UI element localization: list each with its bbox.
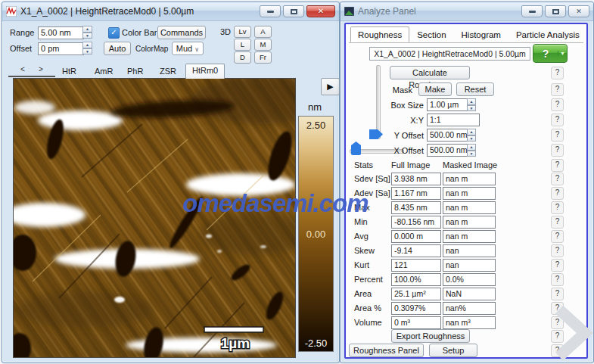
play-button[interactable]: ▶ bbox=[321, 78, 340, 95]
stat-full-value[interactable]: 3.938 nm bbox=[391, 173, 441, 185]
afm-image[interactable]: 1µm bbox=[13, 78, 296, 358]
stat-masked-value[interactable]: nan bbox=[443, 259, 496, 272]
stat-full-value[interactable]: 0 m³ bbox=[391, 316, 441, 329]
tab-htr[interactable]: HtR bbox=[55, 64, 83, 79]
stat-masked-value[interactable]: NaN bbox=[443, 288, 496, 300]
colorbar-checkbox[interactable]: ✓ bbox=[108, 27, 120, 39]
d-button[interactable]: D bbox=[234, 51, 251, 64]
stat-masked-value[interactable]: nan m bbox=[443, 230, 496, 243]
stat-masked-value[interactable]: 0.0% bbox=[443, 273, 496, 286]
stat-masked-value[interactable]: nan m bbox=[443, 216, 496, 229]
tab-roughness[interactable]: Roughness bbox=[350, 26, 409, 42]
tab-phr[interactable]: PhR bbox=[120, 64, 150, 79]
stat-full-value[interactable]: -80.156 nm bbox=[391, 216, 441, 229]
help-dropdown-icon[interactable]: ▼ bbox=[558, 51, 567, 56]
help-icon[interactable]: ? bbox=[551, 114, 564, 126]
export-roughness-button[interactable]: Export Roughness bbox=[391, 329, 470, 343]
tab-section[interactable]: Section bbox=[409, 26, 453, 42]
stat-masked-value[interactable]: nan m bbox=[443, 173, 496, 185]
help-icon[interactable]: ? bbox=[551, 144, 564, 157]
m-button[interactable]: M bbox=[254, 39, 272, 51]
help-icon[interactable]: ? bbox=[551, 67, 564, 79]
help-icon[interactable]: ? bbox=[551, 216, 564, 229]
help-icon[interactable]: ? bbox=[551, 302, 564, 315]
stat-masked-value[interactable]: nan m bbox=[443, 201, 496, 214]
help-icon[interactable]: ? bbox=[551, 173, 564, 185]
stat-full-value[interactable]: 100.0% bbox=[391, 273, 441, 286]
y-offset-stepper[interactable]: ▲▼ bbox=[467, 129, 476, 142]
stat-masked-value[interactable]: nan m bbox=[443, 187, 496, 200]
stat-full-value[interactable]: 0.000 m bbox=[391, 230, 441, 243]
stat-full-value[interactable]: 1.167 nm bbox=[391, 187, 441, 200]
range-input[interactable]: 5.00 nm bbox=[38, 26, 84, 39]
help-icon[interactable]: ? bbox=[551, 159, 564, 172]
minimize-button[interactable] bbox=[521, 5, 543, 17]
mask-reset-button[interactable]: Reset bbox=[456, 82, 494, 96]
help-icon[interactable]: ? bbox=[551, 83, 564, 96]
stat-full-value[interactable]: -9.14 bbox=[391, 244, 441, 257]
help-icon[interactable]: ? bbox=[551, 259, 564, 272]
tab-histogram[interactable]: Histogram bbox=[454, 26, 508, 42]
combo-chevron-icon: ∨ bbox=[194, 46, 199, 53]
tab-amr[interactable]: AmR bbox=[88, 64, 120, 79]
full-image-header: Full Image bbox=[391, 160, 430, 171]
y-offset-input[interactable]: 500.00 nm bbox=[427, 129, 471, 142]
fr-button[interactable]: Fr bbox=[254, 51, 272, 64]
xy-ratio-input[interactable]: 1:1 bbox=[427, 114, 480, 126]
help-icon[interactable]: ? bbox=[551, 230, 564, 243]
colormap-label: ColorMap bbox=[135, 42, 168, 55]
y-offset-label: Y Offset bbox=[346, 129, 424, 142]
tab-zsr[interactable]: ZSR bbox=[153, 64, 183, 79]
maximize-button[interactable] bbox=[283, 5, 304, 17]
help-icon[interactable]: ? bbox=[551, 288, 564, 300]
setup-button[interactable]: Setup bbox=[429, 344, 477, 357]
colormap-combo[interactable]: Mud ∨ bbox=[172, 42, 204, 55]
stat-masked-value[interactable]: nan m³ bbox=[443, 316, 496, 329]
a-button[interactable]: A bbox=[254, 26, 272, 38]
stat-masked-value[interactable]: nan bbox=[443, 244, 496, 257]
stat-full-value[interactable]: 25.1 µm² bbox=[391, 288, 441, 300]
help-icon[interactable]: ? bbox=[551, 201, 564, 214]
tab-htrm0[interactable]: HtRm0 bbox=[185, 64, 225, 79]
help-icon[interactable]: ? bbox=[551, 129, 564, 142]
x-offset-stepper[interactable]: ▲▼ bbox=[467, 144, 476, 157]
tab-prev-button[interactable]: < bbox=[17, 65, 28, 73]
maximize-button[interactable] bbox=[545, 5, 566, 17]
tab-particle-analysis[interactable]: Particle Analysis bbox=[508, 26, 587, 42]
help-icon[interactable]: ? bbox=[551, 244, 564, 257]
help-icon[interactable]: ? bbox=[551, 344, 564, 357]
close-button[interactable]: ✕ bbox=[306, 5, 335, 17]
offset-stepper[interactable]: ▲▼ bbox=[82, 42, 92, 54]
stat-masked-value[interactable]: nan% bbox=[443, 302, 496, 315]
dataset-selector[interactable]: X1_A_0002 | HeightRetraceMod0 | 5.00µm bbox=[369, 47, 530, 61]
stat-full-value[interactable]: 0.3097% bbox=[391, 302, 441, 315]
help-button-green[interactable]: ? ▼ bbox=[533, 44, 568, 63]
box-size-stepper[interactable]: ▲▼ bbox=[467, 98, 476, 111]
tab-next-button[interactable]: > bbox=[36, 65, 46, 73]
commands-dropdown[interactable]: Commands ▼ bbox=[157, 26, 206, 39]
x-offset-input[interactable]: 500.00 nm bbox=[427, 144, 471, 157]
lv-button[interactable]: Lv bbox=[234, 26, 251, 38]
roughness-panel-button[interactable]: Roughness Panel bbox=[349, 344, 424, 357]
help-icon[interactable]: ? bbox=[551, 98, 564, 111]
stat-full-value[interactable]: 8.435 nm bbox=[391, 201, 441, 214]
stat-full-value[interactable]: 121 bbox=[391, 259, 441, 272]
help-icon[interactable]: ? bbox=[551, 187, 564, 200]
analyze-window-titlebar[interactable]: Analyze Panel ✕ bbox=[341, 2, 593, 21]
auto-button[interactable]: Auto bbox=[104, 42, 131, 55]
stat-label: Max bbox=[354, 202, 370, 213]
help-icon[interactable]: ? bbox=[551, 273, 564, 286]
help-icon[interactable]: ? bbox=[551, 330, 564, 343]
minimize-button[interactable] bbox=[260, 5, 281, 17]
offset-input[interactable]: 0 pm bbox=[38, 42, 84, 55]
calculate-roughness-button[interactable]: Calculate Roughness bbox=[390, 66, 470, 79]
close-button[interactable]: ✕ bbox=[568, 5, 589, 17]
3d-button[interactable]: 3D bbox=[220, 26, 231, 39]
l-button[interactable]: L bbox=[234, 39, 251, 51]
image-window-titlebar[interactable]: X1_A_0002 | HeightRetraceMod0 | 5.00µm ✕ bbox=[2, 2, 339, 21]
box-size-input[interactable]: 1.00 µm bbox=[427, 98, 471, 111]
help-icon[interactable]: ? bbox=[551, 316, 564, 329]
window-title: X1_A_0002 | HeightRetraceMod0 | 5.00µm bbox=[20, 6, 194, 17]
mask-make-button[interactable]: Make bbox=[418, 82, 452, 96]
range-stepper[interactable]: ▲▼ bbox=[82, 26, 92, 39]
